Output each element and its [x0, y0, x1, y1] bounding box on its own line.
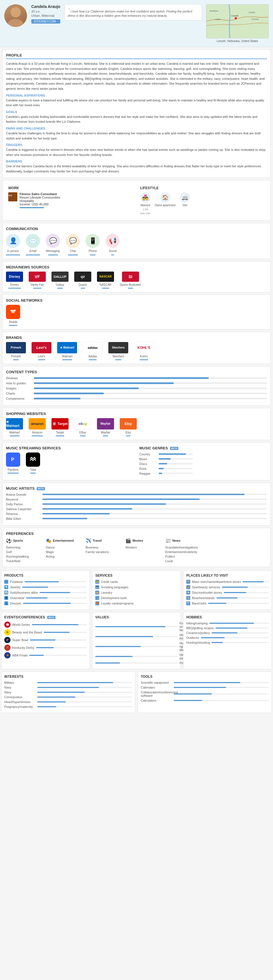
scripting-bullet: 💻: [95, 585, 99, 589]
messaging-bar: [48, 255, 58, 255]
pandora-logo: P: [6, 452, 20, 467]
apartment-label: Owns apartment: [155, 204, 176, 207]
sabrina-label: Sabrina Carpenter: [6, 508, 40, 511]
ent-dance: Dance: [46, 545, 80, 550]
kd-text: Kentucky Derby: [12, 646, 34, 649]
place-beaches: 🏖️ Beaches/islands: [186, 596, 269, 600]
shop-items: ★ Walmart Walmart amazon Amazon 🎯 Target…: [6, 418, 267, 436]
psp-grid: PRODUCTS 👟 Footwear 💎 Jewelry 👔 Suits/bu…: [0, 569, 273, 611]
pref-sports: ⚽ Sports Swimming Golf Running/walking T…: [6, 538, 40, 563]
lifestyle-box: LIFESTYLE 💑 Married 1 kid Has cats 🏠 Own…: [138, 184, 267, 217]
interest-heart: Heart/hypertension: [4, 700, 132, 703]
profile-age: 33 y.o.: [31, 10, 60, 13]
goals-label: GOALS: [6, 110, 267, 114]
content-charts: Charts: [6, 392, 267, 395]
it-grid: INTERESTS Military Navy Navy Crime/justi…: [0, 670, 273, 714]
news-pref-title: 📰 News: [165, 538, 200, 543]
blues-label: Blues: [139, 457, 156, 461]
navy-label: Navy: [4, 686, 35, 689]
spa-bullet: 💆: [186, 585, 190, 589]
tool-calendars: Calendars: [141, 686, 269, 689]
outerwear-bullet: 🧥: [4, 596, 8, 600]
mass-text: Mass merchants/department stores: [192, 580, 241, 584]
messaging-label: Messaging: [46, 250, 60, 253]
pref-news: 📰 News Scandals/investigations Entertain…: [165, 538, 200, 563]
artists-section: MUSIC ARTISTS BETA Ariana Grande Beyoncé…: [2, 483, 271, 525]
chat-bar: [68, 255, 78, 255]
content-types-section: CONTENT TYPES Reviews How to guides Imag…: [2, 366, 271, 406]
place-mass: 🏬 Mass merchants/department stores: [186, 580, 269, 584]
laundry-text: Laundry: [101, 591, 112, 594]
goals-text: Candela's goals include finding fashiona…: [6, 115, 267, 124]
mass-bullet: 🏬: [186, 580, 190, 584]
bat-logo: B: [4, 629, 11, 635]
reviews-label: Reviews: [6, 376, 32, 380]
ariana-label: Ariana Grande: [6, 493, 40, 496]
content-images: Images: [6, 387, 267, 390]
genre-disco: Disco: [139, 462, 267, 466]
married-sub: 1 kid: [142, 208, 148, 211]
product-dresses: 👗 Dresses: [4, 601, 87, 605]
media-section: MEDIA/NEWS SOURCES Disney Disney VF Vani…: [2, 261, 271, 292]
hobby-hiking: Hiking/camping: [186, 622, 269, 625]
rock-label: Rock: [139, 467, 156, 470]
event-sb: 🏈 Super Bowl: [4, 637, 87, 643]
bat-text: Beauty and the Beast: [12, 631, 42, 634]
comm-email: ✉️ Email: [26, 234, 40, 255]
service-credit: 💳 Credit cards: [95, 580, 178, 584]
income-bar: [20, 207, 44, 208]
artists-list: Ariana Grande Beyoncé Dolly Parton Sabri…: [6, 493, 267, 520]
service-laundry: 🧺 Laundry: [95, 590, 178, 595]
comm-messaging: 💬 Messaging: [46, 234, 60, 255]
social-networks-title: SOCIAL NETWORKS: [6, 298, 267, 302]
pains-label: PAINS AND CHALLENGES: [6, 127, 267, 130]
genres-title-text: MUSIC GENRES: [139, 446, 168, 450]
hobbies-title: HOBBIES: [186, 615, 269, 619]
brand-primark: Primark Primark: [6, 342, 26, 360]
communication-section: COMMUNICATION 👤 In person ✉️ Email 💬 Mes…: [2, 223, 271, 259]
loyalty-bullet: 🎁: [95, 601, 99, 605]
tool-scientific: Scientific equipment: [141, 681, 269, 684]
reddit-bar: [9, 325, 18, 326]
value-privacy: Privacy: [95, 661, 178, 665]
artists-beta-badge: BETA: [37, 487, 45, 490]
values-section: VALUES Focus on family Healthy/fit livin…: [92, 612, 181, 669]
value-healthy: Healthy/fit living: [95, 633, 178, 640]
svg-rect-9: [8, 192, 18, 201]
pregnancy-label: Pregnancy/maternity: [4, 705, 35, 708]
quote-text: I love how Liz Claiborne dresses make me…: [68, 10, 192, 18]
content-howto: How to guides: [6, 382, 267, 385]
levis-logo: Levi's: [32, 342, 51, 353]
profile-url[interactable]: JCPENNEY.COM: [31, 19, 60, 24]
svg-text:P: P: [11, 457, 14, 462]
suits-bullet: 👔: [4, 590, 8, 595]
phone-icon: 📱: [86, 234, 100, 248]
comm-phone: 📱 Phone: [86, 234, 100, 255]
shop-etsy: Etsy Etsy: [120, 418, 137, 436]
phone-label: Phone: [89, 250, 97, 253]
svg-point-1: [8, 19, 24, 27]
sport-running: Running/walking: [6, 554, 40, 559]
brand-kohls: KOHL'S Kohl's: [134, 342, 154, 360]
events-beta: BETA: [47, 616, 56, 619]
news-politics: Politics: [165, 554, 200, 559]
shop-amazon: amazon Amazon: [29, 418, 46, 436]
hobby-bbq: BBQ/grilling recipes: [186, 626, 269, 630]
places-title: PLACES LIKELY TO VISIT: [186, 574, 269, 578]
credit-text: Credit cards: [101, 580, 118, 584]
media-vanityfair: VF Vanity Fair: [29, 272, 46, 289]
products-title: PRODUCTS: [4, 574, 87, 578]
value-human: Human rights & liberties: [95, 641, 178, 652]
tidal-logo: [26, 452, 40, 467]
adidas-logo: adidas: [83, 342, 103, 353]
value-eating: Healthy eating: [95, 653, 178, 660]
svg-point-0: [11, 7, 21, 18]
tools-title: TOOLS: [141, 675, 269, 679]
media-title: MEDIA/NEWS SOURCES: [6, 265, 267, 269]
content-types-title: CONTENT TYPES: [6, 370, 267, 374]
si-logo: SI: [122, 272, 139, 282]
bars-bullet: 🍸: [186, 601, 190, 605]
services-section: SERVICES 💳 Credit cards 💻 Scripting lang…: [92, 570, 181, 610]
media-quartz: qz Quartz: [74, 272, 91, 289]
images-label: Images: [6, 387, 32, 390]
